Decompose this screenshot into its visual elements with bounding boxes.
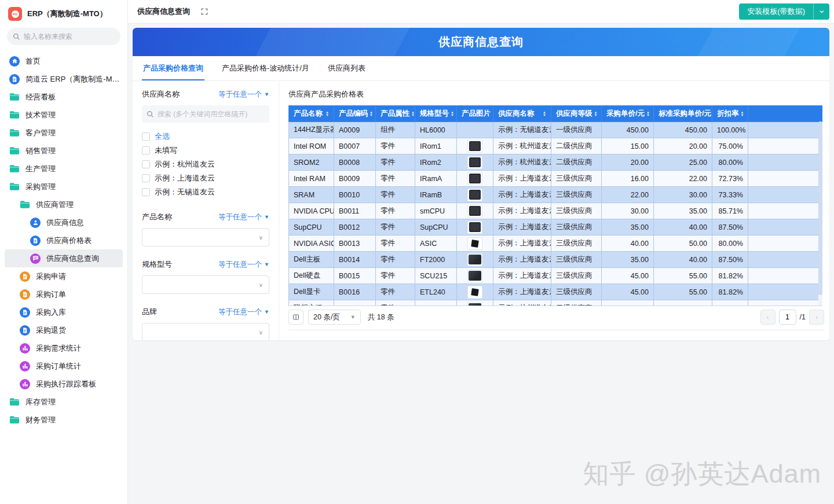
- supplier-filter-search[interactable]: [142, 105, 269, 123]
- page-size-select[interactable]: 20 条/页 ▼: [308, 310, 361, 325]
- scrollbar-thumb[interactable]: [818, 122, 822, 295]
- sidebar-search[interactable]: [7, 28, 120, 45]
- sidebar-item-purchase-mgmt[interactable]: 采购管理: [5, 178, 123, 196]
- checkbox[interactable]: [142, 133, 150, 141]
- sidebar-item-tech-mgmt[interactable]: 技术管理: [5, 106, 123, 124]
- sort-icon[interactable]: ▲▼: [646, 111, 650, 117]
- sort-icon[interactable]: ▲▼: [411, 111, 415, 117]
- sidebar-item-customer-mgmt[interactable]: 客户管理: [5, 124, 123, 142]
- sidebar-item-supplier-mgmt[interactable]: 供应商管理: [5, 196, 123, 214]
- prev-page-button[interactable]: ‹: [760, 310, 776, 325]
- product-image: [467, 221, 482, 234]
- fullscreen-icon[interactable]: [200, 8, 209, 16]
- sidebar-item-supplier-price[interactable]: 供应商价格表: [5, 231, 123, 249]
- page-title: 供应商信息查询: [137, 6, 190, 17]
- sidebar-item-production-mgmt[interactable]: 生产管理: [5, 160, 123, 178]
- sidebar-item-finance-mgmt[interactable]: 财务管理: [5, 411, 123, 429]
- supplier-option[interactable]: 示例：上海道友云: [142, 171, 269, 185]
- checkbox[interactable]: [142, 188, 150, 196]
- sidebar-item-purchase-return[interactable]: 采购退货: [5, 321, 123, 339]
- sort-icon[interactable]: ▲▼: [741, 111, 744, 117]
- supplier-option[interactable]: 未填写: [142, 144, 269, 157]
- filter-operator[interactable]: 等于任意一个▼: [218, 260, 269, 270]
- tab-1[interactable]: 产品采购价格查询: [142, 56, 204, 80]
- sidebar-item-biz-board[interactable]: 经营看板: [5, 88, 123, 106]
- column-header-折扣率[interactable]: 折扣率▲▼: [712, 106, 748, 122]
- sidebar-item-supplier-info[interactable]: 供应商信息: [5, 214, 123, 231]
- filter-operator[interactable]: 等于任意一个▼: [218, 307, 269, 317]
- filter-group-3: 品牌等于任意一个▼∨: [142, 307, 269, 340]
- sidebar-item-home[interactable]: 首页: [5, 52, 123, 70]
- table-row[interactable]: NVIDIA CPUB0011零件smCPU示例：上海道友云三级供应商30.00…: [289, 203, 823, 219]
- sidebar-item-purchase-inbound[interactable]: 采购入库: [5, 303, 123, 321]
- cell-std_price: 40.00: [654, 252, 712, 268]
- sidebar-item-purchase-order[interactable]: 采购订单: [5, 285, 123, 303]
- product-image: [467, 189, 482, 201]
- next-page-button[interactable]: ›: [809, 310, 824, 325]
- tab-3[interactable]: 供应商列表: [327, 56, 367, 80]
- column-header-标准采购单价/元[interactable]: 标准采购单价/元▲▼: [654, 106, 712, 122]
- filter-select[interactable]: ∨: [142, 228, 269, 247]
- supplier-option[interactable]: 示例：杭州道友云: [142, 157, 269, 171]
- cell-spec: FT2000: [415, 252, 457, 268]
- table-row[interactable]: SROM2B0008零件IRom2示例：杭州道友云二级供应商20.0025.00…: [289, 154, 823, 171]
- table-row[interactable]: 联想主板B0017零件EC2000示例：杭州道友云二级供应商35.0040.00…: [289, 300, 823, 307]
- table-row[interactable]: Intel ROMB0007零件IRom1示例：杭州道友云二级供应商15.002…: [289, 138, 823, 154]
- table-vertical-scrollbar[interactable]: [818, 122, 822, 306]
- sort-icon[interactable]: ▲▼: [451, 111, 454, 117]
- column-header-产品属性[interactable]: 产品属性▲▼: [376, 106, 415, 122]
- supplier-option[interactable]: 示例：无锡道友云: [142, 185, 269, 199]
- table-row[interactable]: NVIDIA ASICB0013零件ASIC示例：上海道友云三级供应商40.00…: [289, 236, 823, 252]
- filter-operator[interactable]: 等于任意一个▼: [218, 212, 269, 222]
- column-header-供应商名称[interactable]: 供应商名称▲▼: [493, 106, 551, 122]
- checkbox[interactable]: [142, 174, 150, 182]
- checkbox[interactable]: [142, 146, 150, 154]
- column-header-产品名称[interactable]: 产品名称▲▼: [289, 106, 334, 122]
- sort-icon[interactable]: ▲▼: [325, 111, 329, 117]
- filter-select[interactable]: ∨: [142, 275, 269, 294]
- cell-discount: 100.00%: [712, 122, 748, 138]
- sort-icon[interactable]: ▲▼: [370, 111, 373, 117]
- sidebar-item-jdy-app[interactable]: 简道云 ERP（离散制造-MTO）...: [5, 70, 123, 88]
- sidebar-search-input[interactable]: [24, 32, 111, 41]
- sidebar-item-purchase-request[interactable]: 采购申请: [5, 267, 123, 285]
- table-row[interactable]: SupCPUB0012零件SupCPU示例：上海道友云三级供应商35.0040.…: [289, 219, 823, 236]
- column-header-采购单价/元[interactable]: 采购单价/元▲▼: [602, 106, 654, 122]
- table-row[interactable]: Dell主板B0014零件FT2000示例：上海道友云三级供应商35.0040.…: [289, 252, 823, 268]
- page-number-input[interactable]: [779, 310, 796, 325]
- install-template-button[interactable]: 安装模板(带数据): [739, 3, 813, 20]
- cell-image: [457, 203, 493, 219]
- cell-level: 三级供应商: [551, 252, 602, 268]
- sidebar-item-demand-stats[interactable]: 采购需求统计: [5, 339, 123, 357]
- sidebar-item-supplier-query[interactable]: 供应商信息查询: [5, 249, 123, 267]
- sidebar-item-order-stats[interactable]: 采购订单统计: [5, 357, 123, 375]
- column-header-产品编码[interactable]: 产品编码▲▼: [334, 106, 376, 122]
- sort-icon[interactable]: ▲▼: [543, 111, 546, 117]
- tab-2[interactable]: 产品采购价格-波动统计/月: [221, 56, 310, 80]
- table-row[interactable]: SRAMB0010零件IRamB示例：上海道友云三级供应商22.0030.007…: [289, 187, 823, 203]
- cell-name: Dell主板: [289, 252, 334, 268]
- table-row[interactable]: Dell硬盘B0015零件SCU215示例：上海道友云三级供应商45.0055.…: [289, 268, 823, 284]
- pagination-bar: 20 条/页 ▼ 共 18 条 ‹ /1 ›: [288, 310, 824, 330]
- table-scroll-container[interactable]: 产品名称▲▼产品编码▲▼产品属性▲▼规格型号▲▼产品图片供应商名称▲▼供应商等级…: [288, 105, 822, 306]
- column-header-规格型号[interactable]: 规格型号▲▼: [415, 106, 457, 122]
- sidebar-item-sales-mgmt[interactable]: 销售管理: [5, 142, 123, 160]
- supplier-option[interactable]: 全选: [142, 130, 269, 144]
- filter-supplier-operator[interactable]: 等于任意一个▼: [218, 90, 269, 100]
- cell-image: [457, 171, 493, 187]
- supplier-filter-search-input[interactable]: [158, 110, 262, 118]
- column-header-供应商等级[interactable]: 供应商等级▲▼: [551, 106, 602, 122]
- sidebar-item-inventory-mgmt[interactable]: 库存管理: [5, 393, 123, 411]
- sidebar-item-tracking-board[interactable]: 采购执行跟踪看板: [5, 375, 123, 393]
- checkbox[interactable]: [142, 160, 150, 168]
- filter-select[interactable]: ∨: [142, 323, 269, 340]
- table-row[interactable]: Intel RAMB0009零件IRamA示例：上海道友云三级供应商16.002…: [289, 171, 823, 187]
- table-row[interactable]: 144HZ显示器A0009组件HL6000示例：无锡道友云一级供应商450.00…: [289, 122, 823, 138]
- sidebar-item-label: 技术管理: [25, 110, 56, 120]
- sort-icon[interactable]: ▲▼: [594, 111, 598, 117]
- column-settings-button[interactable]: [288, 310, 303, 325]
- table-row[interactable]: Dell显卡B0016零件ETL240示例：上海道友云三级供应商45.0055.…: [289, 284, 823, 300]
- product-image: [467, 172, 482, 185]
- cell-price: 35.00: [602, 252, 654, 268]
- install-template-caret-button[interactable]: [813, 3, 829, 20]
